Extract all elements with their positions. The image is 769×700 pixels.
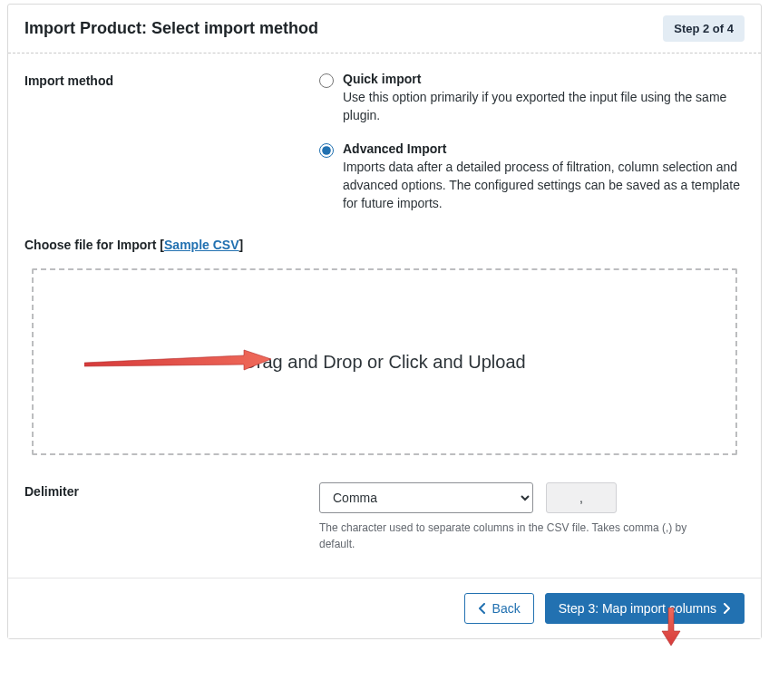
- chevron-left-icon: [478, 603, 487, 614]
- next-step-button[interactable]: Step 3: Map import columns: [545, 593, 745, 624]
- delimiter-select[interactable]: Comma: [319, 482, 533, 513]
- delimiter-help-text: The character used to separate columns i…: [319, 520, 718, 552]
- import-method-quick[interactable]: Quick import Use this option primarily i…: [319, 72, 745, 125]
- choose-file-label: Choose file for Import [Sample CSV]: [24, 238, 745, 252]
- back-button-label: Back: [492, 601, 521, 616]
- sample-csv-link[interactable]: Sample CSV: [164, 238, 238, 252]
- advanced-import-desc: Imports data after a detailed process of…: [343, 158, 745, 213]
- advanced-import-radio[interactable]: [319, 143, 334, 158]
- import-method-options: Quick import Use this option primarily i…: [319, 72, 745, 212]
- delimiter-char-input[interactable]: [546, 482, 617, 513]
- import-wizard-panel: Import Product: Select import method Ste…: [7, 4, 762, 639]
- panel-header: Import Product: Select import method Ste…: [8, 5, 761, 53]
- delimiter-row: Delimiter Comma The character used to se…: [24, 482, 745, 552]
- choose-file-label-text: Choose file for Import: [24, 238, 156, 252]
- chevron-right-icon: [722, 603, 731, 614]
- advanced-import-title: Advanced Import: [343, 141, 745, 156]
- quick-import-radio[interactable]: [319, 73, 334, 88]
- step-indicator-badge: Step 2 of 4: [663, 15, 745, 42]
- next-step-button-label: Step 3: Map import columns: [559, 601, 716, 616]
- import-method-label: Import method: [24, 72, 319, 88]
- panel-content: Import method Quick import Use this opti…: [8, 53, 761, 578]
- page-title: Import Product: Select import method: [24, 19, 318, 38]
- wizard-footer: Back Step 3: Map import columns: [8, 578, 761, 638]
- dropzone-text: Drag and Drop or Click and Upload: [243, 352, 525, 373]
- quick-import-title: Quick import: [343, 72, 745, 86]
- back-button[interactable]: Back: [464, 593, 534, 624]
- delimiter-label: Delimiter: [24, 482, 319, 499]
- import-method-advanced[interactable]: Advanced Import Imports data after a det…: [319, 141, 745, 213]
- file-dropzone[interactable]: Drag and Drop or Click and Upload: [32, 268, 737, 455]
- quick-import-desc: Use this option primarily if you exporte…: [343, 88, 745, 125]
- import-method-row: Import method Quick import Use this opti…: [24, 72, 745, 212]
